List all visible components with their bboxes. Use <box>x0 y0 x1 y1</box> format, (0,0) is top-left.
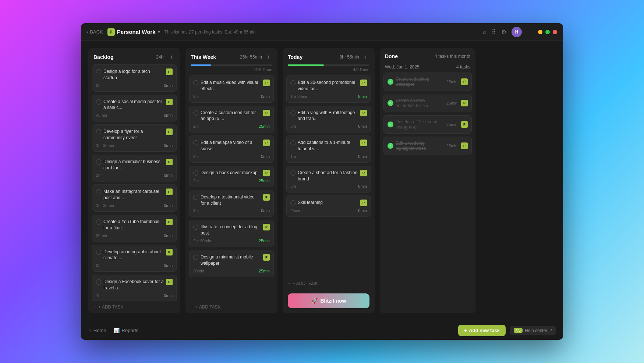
task-checkbox[interactable] <box>193 140 198 145</box>
add-task-plus-icon: + <box>464 328 467 333</box>
task-checkbox[interactable] <box>96 279 101 285</box>
task-item[interactable]: Develop an infographic about climate ...… <box>92 245 177 272</box>
task-item[interactable]: Illustrate a concept for a blog post P 2… <box>189 220 274 247</box>
task-time: 0min <box>261 154 270 159</box>
blitzit-button[interactable]: 🚀 Blitzit now <box>288 293 369 308</box>
task-time: 0min <box>164 203 173 208</box>
task-title: Design a minimalist mobile wallpaper <box>201 254 261 267</box>
back-label: BACK <box>90 29 103 35</box>
task-time: 0min <box>358 184 367 188</box>
task-item[interactable]: Develop a testimonial video for a client… <box>189 190 274 217</box>
task-title: Edit a timelapse video of a sunset <box>201 140 261 152</box>
backlog-add-btn[interactable]: + <box>168 53 175 61</box>
this-week-add-task[interactable]: + + ADD TASK <box>185 301 277 313</box>
task-checkbox[interactable] <box>193 110 198 116</box>
window-minimize[interactable] <box>538 30 542 34</box>
task-item[interactable]: Design a Facebook cover for a travel a..… <box>92 275 177 301</box>
task-duration: 2hr <box>193 179 199 183</box>
settings-icon[interactable]: ⚙ <box>501 28 506 35</box>
task-checkbox[interactable] <box>290 110 296 116</box>
this-week-add-btn[interactable]: + <box>265 53 272 61</box>
task-item[interactable]: Create a short ad for a fashion brand P … <box>286 166 371 193</box>
task-checkbox[interactable] <box>96 219 101 225</box>
grid-icon[interactable]: ⠿ <box>492 28 496 35</box>
task-time: 25min <box>259 239 270 243</box>
task-duration: 3hr <box>290 124 296 128</box>
task-item[interactable]: Create a social media post for a sale c.… <box>92 95 177 122</box>
task-item[interactable]: Add captions to a 1-minute tutorial vi..… <box>286 135 371 163</box>
task-checkbox[interactable] <box>193 170 198 176</box>
task-item[interactable]: Edit a music video with visual effects P… <box>189 75 274 103</box>
backlog-add-task[interactable]: + + ADD TASK <box>88 301 180 313</box>
task-tag: P <box>166 249 173 255</box>
task-tag: P <box>461 121 468 128</box>
task-item[interactable]: Design a minimalist business card for ..… <box>92 155 177 182</box>
done-task-item[interactable]: ✓ Develop a 15-seconds instagram... 25mi… <box>383 115 472 134</box>
this-week-progress-fill <box>191 64 211 66</box>
task-checkbox[interactable] <box>290 140 296 145</box>
task-tag: P <box>461 78 468 85</box>
task-checkbox[interactable] <box>193 195 198 200</box>
task-item[interactable]: Make an Instagram carousel post abo... P… <box>92 184 177 212</box>
home-nav-item[interactable]: ⌂ Home <box>88 328 106 333</box>
this-week-progress-area: 4/16 Done <box>185 64 277 75</box>
done-task-item[interactable]: ✓ Create an intro animation for a y... 2… <box>383 94 472 112</box>
avatar[interactable]: H <box>512 27 522 37</box>
task-checkbox[interactable] <box>193 80 198 85</box>
task-checkbox[interactable] <box>96 69 101 74</box>
reports-nav-item[interactable]: 📊 Reports <box>114 328 139 333</box>
task-time: 0min <box>164 143 173 148</box>
more-icon[interactable]: ⋯ <box>527 28 533 35</box>
task-item[interactable]: Edit a vlog with B-roll footage and tran… <box>286 106 371 133</box>
task-checkbox[interactable] <box>193 225 198 230</box>
task-tag: P <box>166 68 173 75</box>
done-date-header: Wed, Jan 1, 2025 4 tasks <box>380 63 475 73</box>
blitzit-rocket-icon: 🚀 <box>311 298 318 304</box>
task-title: Design a logo for a tech startup <box>103 68 164 81</box>
task-duration: 45min <box>96 113 107 117</box>
today-progress-label: 4/9 Done <box>288 67 369 72</box>
task-checkbox[interactable] <box>96 250 101 255</box>
column-backlog: Backlog 24hr + Design a logo for a tech … <box>88 48 180 313</box>
task-item[interactable]: Edit a timelapse video of a sunset P 2hr… <box>189 135 274 163</box>
today-add-task[interactable]: + + ADD TASK <box>283 277 375 290</box>
task-item[interactable]: Skill learning P 25min 0min <box>286 195 371 217</box>
task-item[interactable]: Design a book cover mockup P 2hr 25min <box>189 166 274 187</box>
help-center-button[interactable]: 4/5 Help center ? <box>510 326 556 335</box>
today-progress-fill <box>288 64 324 66</box>
project-name-wrapper[interactable]: P Personal Work ▾ <box>107 28 160 36</box>
done-task-item[interactable]: ✓ Create a desktop wallpaper 25min P <box>383 73 472 91</box>
done-task-item[interactable]: ✓ Edit a wedding highlights video 25min … <box>383 137 472 155</box>
task-time: 0min <box>164 263 173 268</box>
search-icon[interactable]: ⌕ <box>483 29 486 35</box>
task-checkbox[interactable] <box>290 80 296 85</box>
task-title: Make an Instagram carousel post abo... <box>103 188 164 201</box>
task-checkbox[interactable] <box>96 99 101 105</box>
task-item[interactable]: Design a minimalist mobile wallpaper P 3… <box>189 250 274 277</box>
reports-icon: 📊 <box>114 328 120 333</box>
window-close[interactable] <box>553 30 557 34</box>
task-item[interactable]: Develop a flyer for a community event P … <box>92 124 177 152</box>
task-duration: 25min <box>290 208 301 213</box>
done-check-icon: ✓ <box>388 79 393 85</box>
today-add-btn[interactable]: + <box>362 53 369 61</box>
task-checkbox[interactable] <box>193 255 198 260</box>
task-title: Design a Facebook cover for a travel a..… <box>103 279 164 291</box>
window-maximize[interactable] <box>545 30 550 34</box>
this-week-header: This Week 25hr 55min + <box>185 48 277 64</box>
title-bar: ‹ BACK P Personal Work ▾ This list has 2… <box>81 23 563 41</box>
task-checkbox[interactable] <box>96 129 101 134</box>
task-item[interactable]: Create a YouTube thumbnail for a fitne..… <box>92 215 177 242</box>
task-checkbox[interactable] <box>96 189 101 194</box>
back-button[interactable]: ‹ BACK <box>87 29 103 35</box>
bottom-bar: ⌂ Home 📊 Reports + Add new task 4/5 Help… <box>81 321 563 340</box>
task-time: 5min <box>358 94 367 99</box>
task-checkbox[interactable] <box>96 159 101 165</box>
project-dropdown-icon[interactable]: ▾ <box>158 29 160 35</box>
task-item[interactable]: Design a logo for a tech startup P 2hr 0… <box>92 64 177 92</box>
add-new-task-button[interactable]: + Add new task <box>458 325 506 336</box>
task-checkbox[interactable] <box>290 200 296 205</box>
task-checkbox[interactable] <box>290 170 296 176</box>
task-item[interactable]: Create a custom icon set for an app (5 .… <box>189 106 274 133</box>
task-item[interactable]: Edit a 30-second promotional video for..… <box>286 75 371 103</box>
